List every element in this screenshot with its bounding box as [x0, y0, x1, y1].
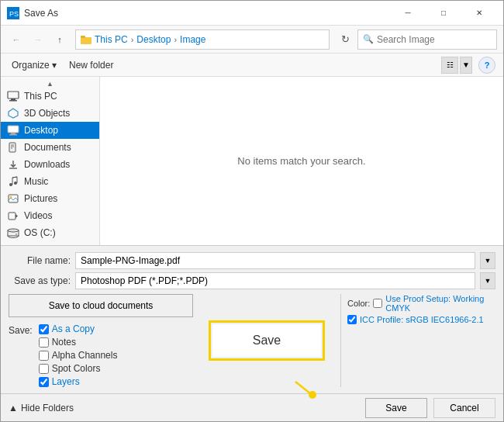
color-options: Color: Use Proof Setup: Working CMYK ICC… — [340, 294, 495, 387]
save-button-highlight: Save — [209, 320, 325, 361]
file-area: No items match your search. — [100, 77, 503, 245]
save-checkboxes: As a Copy Notes Alpha Channels Spot — [39, 323, 118, 387]
options-left: Save to cloud documents Save: As a Copy … — [9, 294, 193, 387]
saveastype-dropdown[interactable]: ▼ — [480, 272, 495, 289]
title-bar-left: PS Save As — [7, 7, 58, 19]
save-arrow — [288, 380, 319, 401]
view-toggle-button[interactable]: ☷ — [441, 57, 458, 74]
checkbox-icc-profile[interactable] — [347, 315, 357, 324]
options-panel: Save to cloud documents Save: As a Copy … — [9, 294, 495, 387]
svg-point-17 — [14, 182, 17, 185]
svg-point-32 — [309, 391, 316, 399]
downloads-icon — [7, 159, 19, 170]
desktop-icon — [7, 125, 19, 136]
svg-rect-9 — [11, 133, 16, 134]
organize-toolbar: Organize ▾ New folder ☷ ▼ ? — [1, 54, 503, 77]
filename-dropdown[interactable]: ▼ — [480, 252, 495, 269]
filename-input[interactable] — [75, 252, 475, 269]
svg-marker-7 — [9, 109, 18, 118]
svg-rect-6 — [9, 100, 17, 102]
checkbox-spot-colors[interactable] — [39, 364, 49, 374]
save-button-area: Save — [199, 294, 334, 387]
svg-text:PS: PS — [9, 10, 19, 18]
filename-label: File name: — [9, 255, 71, 266]
svg-point-25 — [8, 229, 19, 232]
footer-save-button[interactable]: Save — [365, 398, 427, 418]
empty-message: No items match your search. — [237, 155, 365, 167]
label-icc-profile: ICC Profile: sRGB IEC61966-2.1 — [360, 315, 484, 324]
save-main-button[interactable]: Save — [212, 324, 321, 357]
main-content: ▲ This PC 3D Objects Desktop — [1, 77, 503, 245]
documents-icon — [7, 142, 19, 153]
cb-as-copy: As a Copy — [39, 323, 118, 334]
app-icon: PS — [7, 7, 19, 19]
footer-cancel-button[interactable]: Cancel — [433, 398, 495, 418]
sidebar-item-documents[interactable]: Documents — [1, 139, 99, 156]
sidebar-item-downloads[interactable]: Downloads — [1, 156, 99, 173]
up-button[interactable]: ↑ — [50, 30, 69, 49]
sidebar-item-3d-objects[interactable]: 3D Objects — [1, 105, 99, 122]
checkbox-use-proof[interactable] — [373, 299, 382, 308]
address-bar[interactable]: This PC › Desktop › Image — [75, 29, 330, 50]
sidebar-item-os-c[interactable]: OS (C:) — [1, 224, 99, 241]
maximize-button[interactable]: □ — [426, 1, 461, 26]
svg-point-16 — [9, 183, 12, 186]
checkbox-notes[interactable] — [39, 337, 49, 348]
svg-marker-22 — [16, 214, 18, 218]
svg-rect-4 — [8, 92, 19, 99]
folder-icon — [81, 34, 91, 45]
save-options: Save: As a Copy Notes Alpha Channels — [9, 323, 193, 387]
color-label: Color: — [347, 299, 370, 308]
sidebar-label-os-c: OS (C:) — [24, 227, 56, 238]
minimize-button[interactable]: ─ — [390, 1, 426, 26]
sidebar-label-pictures: Pictures — [24, 193, 57, 204]
search-input[interactable] — [377, 34, 493, 45]
refresh-button[interactable]: ↻ — [336, 30, 354, 49]
sidebar-item-videos[interactable]: Videos — [1, 207, 99, 224]
cb-spot-colors: Spot Colors — [39, 363, 118, 374]
navigation-toolbar: ← → ↑ This PC › Desktop › Image ↻ 🔍 — [1, 26, 503, 54]
label-layers: Layers — [52, 376, 80, 387]
view-dropdown-button[interactable]: ▼ — [460, 57, 472, 74]
new-folder-button[interactable]: New folder — [66, 57, 116, 74]
checkbox-alpha-channels[interactable] — [39, 351, 49, 361]
breadcrumb-this-pc[interactable]: This PC — [95, 34, 128, 45]
sidebar-item-this-pc[interactable]: This PC — [1, 88, 99, 105]
view-controls: ☷ ▼ — [441, 57, 472, 74]
sidebar-label-this-pc: This PC — [24, 91, 57, 102]
checkbox-layers[interactable] — [39, 377, 49, 387]
search-box[interactable]: 🔍 — [357, 29, 497, 50]
bottom-panel: File name: ▼ Save as type: ▼ Save to clo… — [1, 245, 503, 393]
scroll-up-indicator[interactable]: ▲ — [1, 80, 99, 88]
cb-layers: Layers — [39, 376, 118, 387]
back-button[interactable]: ← — [7, 30, 26, 49]
hide-folders-button[interactable]: ▲ Hide Folders — [9, 403, 74, 413]
svg-rect-3 — [81, 36, 85, 38]
svg-line-18 — [12, 177, 17, 178]
save-as-dialog: PS Save As ─ □ ✕ ← → ↑ This PC › Desktop… — [0, 0, 504, 422]
label-notes: Notes — [52, 337, 76, 348]
cloud-save-button[interactable]: Save to cloud documents — [9, 294, 193, 317]
sidebar-item-desktop[interactable]: Desktop — [1, 122, 99, 139]
sidebar-item-pictures[interactable]: Pictures — [1, 190, 99, 207]
sidebar-item-music[interactable]: Music — [1, 173, 99, 190]
breadcrumb-image[interactable]: Image — [180, 34, 205, 45]
organize-button[interactable]: Organize ▾ — [9, 57, 60, 74]
footer: ▲ Hide Folders Save Cancel — [1, 393, 503, 421]
cb-notes: Notes — [39, 337, 118, 348]
svg-rect-8 — [8, 126, 19, 133]
breadcrumb-desktop[interactable]: Desktop — [136, 34, 171, 45]
sidebar: ▲ This PC 3D Objects Desktop — [1, 77, 100, 245]
label-alpha-channels: Alpha Channels — [52, 350, 118, 361]
svg-point-26 — [16, 233, 17, 235]
window-controls: ─ □ ✕ — [390, 1, 497, 26]
forward-button[interactable]: → — [29, 30, 47, 49]
saveastype-input[interactable] — [75, 272, 475, 289]
sidebar-label-desktop: Desktop — [24, 125, 58, 136]
hide-folders-label: Hide Folders — [21, 403, 74, 413]
search-icon: 🔍 — [363, 34, 374, 44]
close-button[interactable]: ✕ — [461, 1, 497, 26]
checkbox-as-copy[interactable] — [39, 324, 49, 334]
help-button[interactable]: ? — [478, 57, 495, 74]
svg-rect-5 — [11, 99, 16, 100]
